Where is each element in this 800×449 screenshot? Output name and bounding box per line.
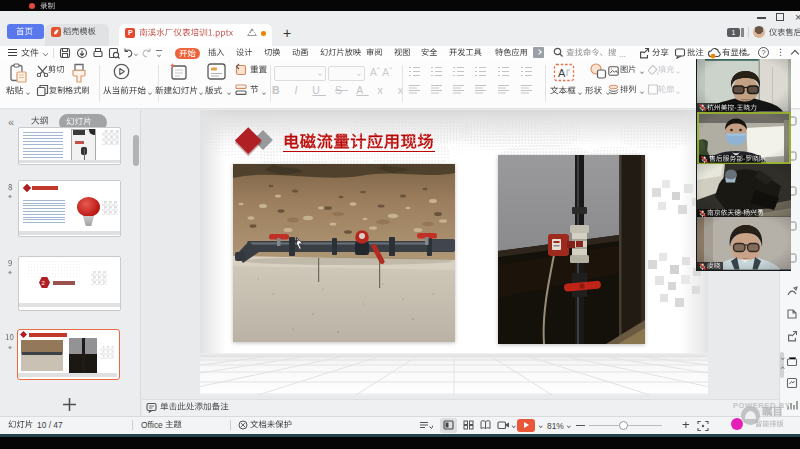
svg-text:A: A — [558, 67, 566, 79]
